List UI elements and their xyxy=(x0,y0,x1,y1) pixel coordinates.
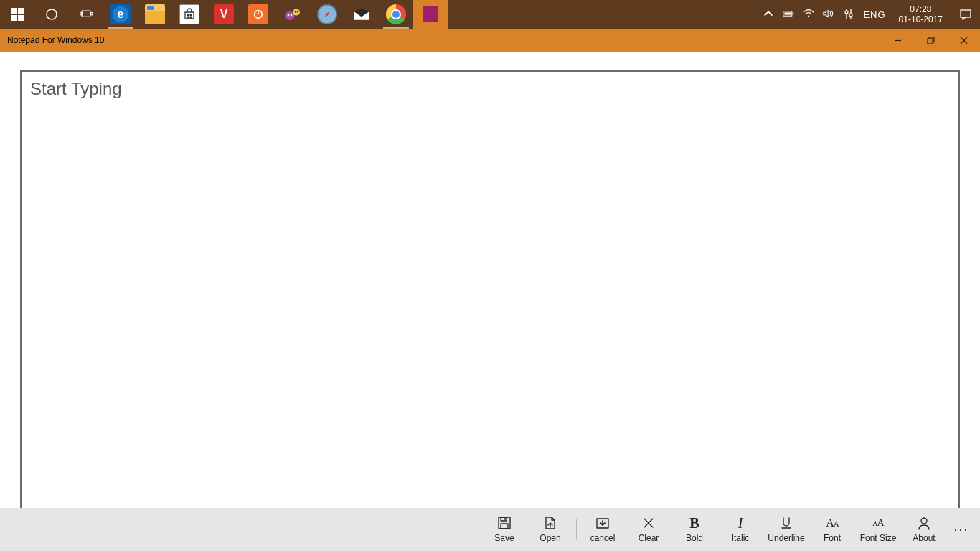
svg-point-25 xyxy=(845,11,848,14)
cancel-label: cancel xyxy=(590,533,616,543)
more-icon: ··· xyxy=(953,522,969,537)
save-button[interactable]: Save xyxy=(481,510,527,549)
font-size-icon: AA xyxy=(872,516,883,530)
svg-rect-10 xyxy=(187,17,189,19)
svg-point-17 xyxy=(293,9,300,16)
about-icon xyxy=(917,516,931,530)
svg-rect-11 xyxy=(190,17,192,19)
about-label: About xyxy=(913,533,935,543)
svg-rect-33 xyxy=(501,517,507,521)
save-label: Save xyxy=(494,533,514,543)
underline-icon xyxy=(779,516,793,530)
clock-time: 07:28 xyxy=(899,4,943,14)
svg-point-16 xyxy=(291,14,293,17)
bold-label: Bold xyxy=(686,533,703,543)
cancel-icon xyxy=(595,516,610,530)
open-button[interactable]: Open xyxy=(527,510,573,549)
mail-icon xyxy=(352,4,372,24)
cortana-button[interactable] xyxy=(34,0,69,29)
svg-rect-7 xyxy=(91,13,93,15)
file-explorer-icon xyxy=(145,4,165,24)
open-label: Open xyxy=(540,533,560,543)
svg-rect-3 xyxy=(18,15,24,21)
taskbar-app-safari[interactable] xyxy=(310,0,344,29)
messenger-icon xyxy=(283,4,303,24)
font-icon: AA xyxy=(826,516,839,530)
taskbar-app-current[interactable] xyxy=(413,0,448,29)
font-size-button[interactable]: AA Font Size xyxy=(855,510,901,549)
taskbar-app-explorer[interactable] xyxy=(138,0,172,29)
italic-label: Italic xyxy=(732,533,750,543)
command-separator xyxy=(576,519,577,540)
font-button[interactable]: AA Font xyxy=(809,510,855,549)
app-icon xyxy=(420,4,440,24)
clear-label: Clear xyxy=(639,533,659,543)
svg-rect-2 xyxy=(11,15,17,21)
svg-marker-20 xyxy=(324,11,330,17)
start-button[interactable] xyxy=(0,0,34,29)
taskbar-app-power[interactable] xyxy=(241,0,275,29)
svg-rect-34 xyxy=(501,524,508,529)
settings-tray-icon[interactable] xyxy=(843,8,854,22)
taskbar-app-mail[interactable] xyxy=(344,0,379,29)
svg-rect-8 xyxy=(187,14,189,17)
task-view-button[interactable] xyxy=(69,0,103,29)
maximize-button[interactable] xyxy=(914,29,947,52)
italic-icon: I xyxy=(738,516,743,530)
clock-date: 01-10-2017 xyxy=(899,14,943,24)
svg-rect-9 xyxy=(190,14,192,17)
taskbar-app-store[interactable] xyxy=(172,0,207,29)
taskbar-app-vivaldi[interactable]: V xyxy=(207,0,241,29)
svg-rect-6 xyxy=(80,13,81,15)
action-center-button[interactable] xyxy=(956,9,976,20)
command-bar: Save Open cancel Clear B Bold I Italic U… xyxy=(0,508,980,551)
minimize-button[interactable] xyxy=(881,29,914,52)
power-icon xyxy=(248,4,268,24)
svg-rect-22 xyxy=(793,12,794,14)
app-body xyxy=(0,52,980,508)
svg-rect-1 xyxy=(18,8,24,14)
close-button[interactable] xyxy=(947,29,980,52)
chrome-icon xyxy=(386,4,406,24)
clock[interactable]: 07:28 01-10-2017 xyxy=(895,4,947,25)
clear-button[interactable]: Clear xyxy=(626,510,672,549)
text-editor[interactable] xyxy=(20,70,960,508)
svg-point-15 xyxy=(288,14,290,17)
taskbar-app-chrome[interactable] xyxy=(379,0,413,29)
windows-taskbar: e V ENG 07:28 01-10-2017 xyxy=(0,0,980,29)
svg-rect-29 xyxy=(928,39,933,44)
bold-icon: B xyxy=(689,516,699,530)
edge-icon: e xyxy=(110,4,131,24)
window-titlebar: Notepad For Windows 10 xyxy=(0,29,980,52)
underline-label: Underline xyxy=(768,533,804,543)
tray-chevron-icon[interactable] xyxy=(763,8,774,22)
cancel-button[interactable]: cancel xyxy=(580,510,626,549)
svg-rect-5 xyxy=(82,11,90,17)
font-label: Font xyxy=(824,533,841,543)
about-button[interactable]: About xyxy=(901,510,947,549)
bold-button[interactable]: B Bold xyxy=(672,510,717,549)
svg-point-40 xyxy=(921,518,927,524)
window-title: Notepad For Windows 10 xyxy=(7,35,104,45)
open-icon xyxy=(543,516,557,530)
clear-icon xyxy=(641,516,656,530)
vivaldi-icon: V xyxy=(214,4,234,24)
volume-icon[interactable] xyxy=(823,8,834,22)
save-icon xyxy=(497,516,512,530)
svg-point-18 xyxy=(295,11,296,13)
taskbar-app-edge[interactable]: e xyxy=(103,0,138,29)
svg-point-26 xyxy=(849,14,852,17)
italic-button[interactable]: I Italic xyxy=(717,510,763,549)
language-indicator[interactable]: ENG xyxy=(863,9,885,20)
svg-rect-23 xyxy=(785,12,791,14)
svg-rect-27 xyxy=(961,10,971,17)
font-size-label: Font Size xyxy=(860,533,897,543)
more-button[interactable]: ··· xyxy=(947,522,976,537)
battery-icon[interactable] xyxy=(783,8,794,22)
svg-point-4 xyxy=(47,9,57,19)
taskbar-app-messenger[interactable] xyxy=(275,0,310,29)
wifi-icon[interactable] xyxy=(803,8,814,22)
safari-icon xyxy=(317,4,337,24)
svg-point-19 xyxy=(297,11,298,13)
underline-button[interactable]: Underline xyxy=(763,510,809,549)
